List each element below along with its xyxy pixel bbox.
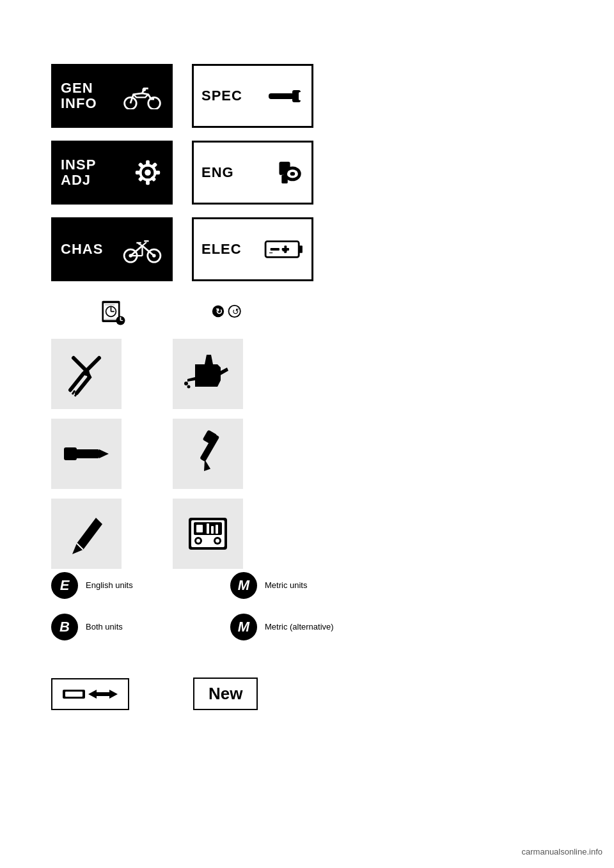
category-eng: ENG	[192, 141, 313, 205]
category-chas: CHAS	[51, 217, 173, 281]
tool-screwdriver	[173, 419, 243, 489]
svg-rect-71	[207, 523, 209, 534]
units-row-1: E English units M Metric units	[51, 572, 409, 599]
unit-B: B Both units	[51, 614, 230, 640]
svg-rect-45	[105, 304, 115, 306]
svg-rect-8	[146, 160, 150, 167]
unit-M1-circle: M	[230, 572, 257, 599]
replace-icon-box	[51, 678, 129, 710]
svg-rect-15	[138, 176, 145, 182]
bottom-section: New	[51, 678, 258, 710]
svg-rect-34	[299, 245, 303, 252]
cat-icon-motorcycle	[122, 82, 163, 109]
svg-point-75	[196, 539, 200, 543]
tool-punch	[51, 419, 122, 489]
tool-oil-can	[173, 339, 243, 409]
cat-text-gen-info: GENINFO	[61, 81, 97, 111]
unit-M1-label: Metric units	[265, 580, 307, 591]
unit-M2-circle: M	[230, 614, 257, 640]
svg-rect-46	[105, 319, 117, 320]
unit-E-label: English units	[86, 580, 133, 591]
page-container: GENINFO SPEC	[0, 0, 614, 868]
unit-B-circle: B	[51, 614, 78, 640]
unit-B-label: Both units	[86, 621, 123, 633]
category-elec: ELEC – +	[192, 217, 313, 281]
new-label: New	[209, 684, 242, 703]
svg-point-77	[216, 539, 219, 543]
svg-point-58	[184, 382, 188, 385]
svg-rect-70	[196, 525, 203, 532]
category-spec: SPEC	[192, 64, 313, 128]
units-row-2: B Both units M Metric (alternative)	[51, 614, 409, 640]
svg-point-59	[187, 385, 191, 389]
svg-line-56	[72, 391, 75, 394]
cat-icon-spark	[267, 160, 304, 185]
svg-marker-61	[99, 449, 109, 458]
tool-chisel	[51, 499, 122, 569]
svg-rect-5	[299, 92, 303, 100]
category-grid: GENINFO SPEC	[51, 64, 313, 281]
category-insp-adj: INSPADJ	[51, 141, 173, 205]
svg-rect-9	[146, 179, 150, 185]
cat-icon-gear	[132, 157, 163, 188]
unit-M2: M Metric (alternative)	[230, 614, 409, 640]
svg-rect-79	[65, 692, 83, 697]
symbol-arrows-area: ↻ ↺	[211, 299, 246, 326]
svg-point-7	[145, 169, 151, 176]
svg-point-20	[290, 172, 295, 176]
svg-point-0	[125, 97, 137, 109]
cat-text-eng: ENG	[201, 165, 234, 180]
svg-rect-3	[269, 93, 294, 99]
tool-meter	[173, 499, 243, 569]
category-gen-info: GENINFO	[51, 64, 173, 128]
cat-text-spec: SPEC	[201, 88, 242, 104]
svg-rect-13	[150, 176, 157, 182]
symbol-clock-area	[99, 299, 127, 330]
unit-M2-label: Metric (alternative)	[265, 621, 334, 633]
new-badge: New	[193, 678, 258, 710]
cat-icon-battery: – +	[264, 238, 304, 261]
cat-icon-wrench	[265, 85, 304, 107]
watermark: carmanualsonline.info	[522, 847, 602, 856]
svg-point-2	[143, 88, 146, 91]
svg-text:+: +	[283, 246, 288, 256]
svg-rect-73	[216, 525, 218, 534]
svg-point-54	[83, 369, 90, 376]
cat-text-elec: ELEC	[201, 242, 242, 257]
replace-icon	[61, 685, 119, 704]
svg-text:↻: ↻	[216, 307, 223, 316]
unit-E: E English units	[51, 572, 230, 599]
svg-text:–: –	[269, 249, 273, 256]
unit-M1: M Metric units	[230, 572, 409, 599]
svg-line-29	[143, 242, 146, 246]
tools-grid	[51, 339, 243, 569]
unit-E-circle: E	[51, 572, 78, 599]
svg-line-31	[138, 244, 142, 246]
svg-marker-64	[200, 460, 213, 473]
cat-text-chas: CHAS	[61, 242, 103, 257]
svg-text:↺: ↺	[232, 307, 239, 316]
svg-rect-10	[136, 171, 142, 174]
svg-rect-62	[64, 447, 77, 460]
svg-rect-72	[211, 526, 214, 534]
cat-icon-bicycle	[122, 235, 163, 263]
cat-text-insp-adj: INSPADJ	[61, 157, 96, 188]
svg-rect-11	[154, 171, 161, 174]
tool-pliers	[51, 339, 122, 409]
